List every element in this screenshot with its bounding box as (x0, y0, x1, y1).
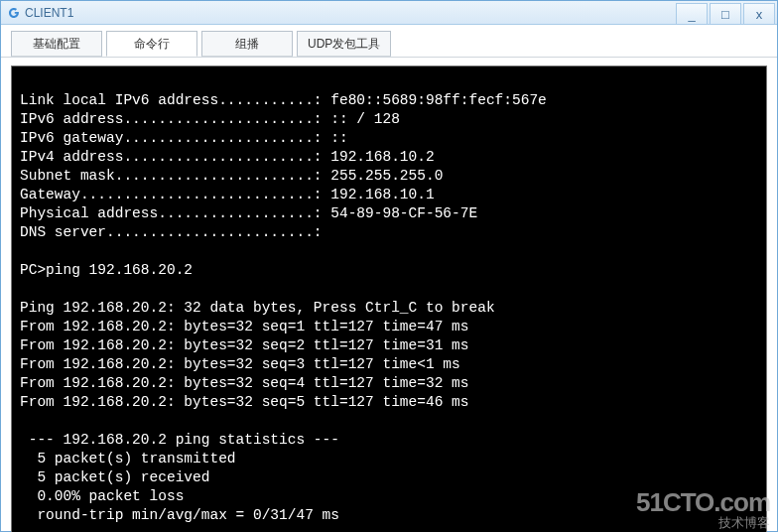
tab-label: UDP发包工具 (308, 36, 380, 53)
minimize-button[interactable]: _ (676, 3, 708, 24)
tab-multicast[interactable]: 组播 (201, 31, 293, 57)
app-window: CLIENT1 _ □ x 基础配置 命令行 组播 UDP发包工具 Link l… (0, 0, 778, 532)
window-controls: _ □ x (676, 1, 777, 24)
close-icon: x (756, 7, 763, 22)
maximize-icon: □ (721, 7, 729, 22)
terminal[interactable]: Link local IPv6 address...........: fe80… (11, 66, 767, 532)
maximize-button[interactable]: □ (710, 3, 741, 24)
tab-label: 组播 (235, 36, 259, 53)
tab-command-line[interactable]: 命令行 (106, 31, 197, 57)
tabbar: 基础配置 命令行 组播 UDP发包工具 (1, 25, 777, 58)
tab-label: 基础配置 (33, 36, 80, 53)
titlebar: CLIENT1 _ □ x (1, 1, 777, 25)
app-icon (7, 6, 21, 20)
minimize-icon: _ (688, 7, 695, 22)
window-title: CLIENT1 (25, 6, 73, 20)
tab-label: 命令行 (134, 36, 170, 53)
close-button[interactable]: x (743, 3, 775, 24)
titlebar-left: CLIENT1 (7, 6, 73, 20)
terminal-container: Link local IPv6 address...........: fe80… (1, 58, 777, 532)
tab-udp-tool[interactable]: UDP发包工具 (297, 31, 391, 57)
tab-basic-config[interactable]: 基础配置 (11, 31, 102, 57)
